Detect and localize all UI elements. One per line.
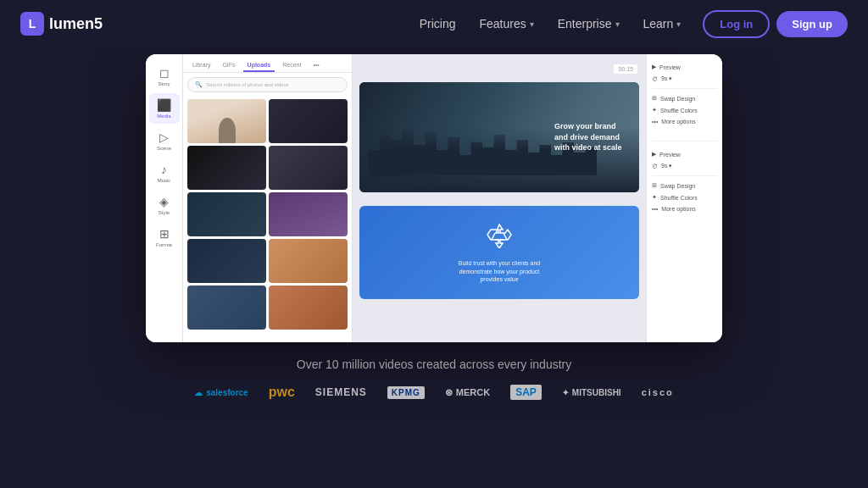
shuffle-icon: ✦: [652, 107, 657, 114]
tab-recent[interactable]: Recent: [278, 59, 305, 72]
recycle-icon: [486, 221, 513, 254]
chevron-down-icon: ▾: [615, 19, 620, 29]
sidebar-item-scene[interactable]: ▷ Scene: [149, 125, 180, 156]
slide-row-1: 1 Grow your brand and drive demand with …: [359, 82, 639, 197]
sidebar-item-format[interactable]: ⊞ Format: [149, 222, 180, 252]
media-thumb-6[interactable]: [269, 192, 348, 236]
scene-icon: ▷: [159, 130, 169, 144]
logos-row: ☁ salesforce pwc SIEMENS KPMG ⊛ MERCK SA…: [194, 385, 674, 400]
main-content: ◻ Story ⬛ Media ▷ Scene ♪ Music ◈ Styl: [0, 47, 868, 400]
media-thumb-7[interactable]: [187, 239, 266, 283]
sidebar-item-media[interactable]: ⬛ Media: [149, 93, 180, 124]
clock-icon: ⏱: [652, 76, 658, 82]
media-thumb-5[interactable]: [187, 192, 266, 236]
media-tabs: Library GIFs Uploads Recent •••: [183, 54, 352, 73]
sidebar-item-story[interactable]: ◻ Story: [149, 61, 180, 92]
media-icon: ⬛: [157, 98, 171, 112]
slide-1-text: Grow your brand and drive demand with vi…: [554, 121, 622, 153]
nav-features[interactable]: Features ▾: [470, 12, 542, 36]
panel-divider: [652, 88, 717, 89]
nav-enterprise[interactable]: Enterprise ▾: [549, 12, 628, 36]
media-thumb-9[interactable]: [187, 286, 266, 330]
tab-more[interactable]: •••: [309, 59, 323, 72]
chevron-down-icon: ▾: [676, 19, 681, 29]
search-placeholder: Search millions of photos and videos: [206, 82, 289, 87]
right-panel: ▶ Preview ⏱ 9s ▾ ⊞ Swap Design ✦ Shuffl: [646, 54, 722, 342]
media-panel: Library GIFs Uploads Recent ••• 🔍 Search…: [183, 54, 353, 342]
social-proof-section: Over 10 million videos created across ev…: [194, 358, 674, 400]
app-sidebar: ◻ Story ⬛ Media ▷ Scene ♪ Music ◈ Styl: [146, 54, 183, 342]
merck-symbol: ⊛: [445, 387, 453, 398]
panel-swap-design-1[interactable]: ⊞ Swap Design: [652, 92, 717, 104]
style-icon: ◈: [159, 195, 169, 208]
nav-buttons: Log in Sign up: [703, 10, 848, 38]
mitsubishi-symbol: ✦: [562, 388, 569, 397]
format-icon: ⊞: [159, 227, 170, 241]
more-icon: •••: [652, 119, 658, 125]
media-thumb-3[interactable]: [187, 146, 266, 190]
login-button[interactable]: Log in: [703, 10, 770, 38]
logo-cisco: cisco: [642, 387, 674, 397]
panel-more-options-2[interactable]: ••• More options: [652, 203, 717, 214]
logo[interactable]: L lumen5: [20, 12, 103, 36]
top-bar: 00:15: [359, 61, 639, 77]
logo-mitsubishi: ✦ MITSUBISHI: [562, 388, 621, 397]
swap-icon: ⊞: [652, 95, 657, 102]
media-thumb-10[interactable]: [269, 286, 348, 330]
panel-divider-3: [652, 175, 717, 176]
editor-area: 00:15 1 Grow your brand and drive demand…: [353, 54, 646, 342]
nav-links: Pricing Features ▾ Enterprise ▾ Learn ▾: [411, 12, 690, 36]
search-icon: 🔍: [195, 81, 203, 88]
tab-library[interactable]: Library: [188, 59, 214, 72]
chevron-down-icon: ▾: [530, 19, 534, 29]
logo-text: lumen5: [49, 15, 103, 33]
logo-sap: SAP: [510, 385, 542, 400]
media-thumb-8[interactable]: [269, 239, 348, 283]
swap-icon-2: ⊞: [652, 182, 657, 189]
logo-icon: L: [20, 12, 44, 36]
shuffle-icon-2: ✦: [652, 194, 657, 201]
timer-display: 00:15: [614, 64, 637, 74]
logo-pwc: pwc: [269, 385, 295, 400]
media-search-bar[interactable]: 🔍 Search millions of photos and videos: [187, 77, 348, 92]
tab-uploads[interactable]: Uploads: [243, 59, 275, 72]
clock-icon-2: ⏱: [652, 164, 658, 169]
tab-gifs[interactable]: GIFs: [218, 59, 239, 72]
panel-preview-1[interactable]: ▶ Preview: [652, 61, 717, 73]
social-proof-tagline: Over 10 million videos created across ev…: [297, 358, 571, 371]
slide-2[interactable]: Build trust with your clients and demons…: [359, 206, 639, 299]
panel-more-options-1[interactable]: ••• More options: [652, 116, 717, 127]
sidebar-item-style[interactable]: ◈ Style: [149, 190, 180, 220]
more-icon-2: •••: [652, 206, 658, 212]
panel-shuffle-colors-1[interactable]: ✦ Shuffle Colors: [652, 104, 717, 116]
media-thumb-2[interactable]: [269, 99, 348, 143]
logo-merck: ⊛ MERCK: [445, 387, 490, 398]
logo-siemens: SIEMENS: [315, 386, 367, 398]
panel-preview-2[interactable]: ▶ Preview: [652, 148, 717, 160]
logo-salesforce: ☁ salesforce: [194, 388, 248, 397]
media-thumb-4[interactable]: [269, 146, 348, 190]
media-thumb-1[interactable]: [187, 99, 266, 143]
panel-section-2: ▶ Preview ⏱ 9s ▾ ⊞ Swap Design ✦ Shuffl: [652, 148, 717, 214]
play-icon-2: ▶: [652, 151, 656, 158]
music-icon: ♪: [161, 163, 167, 176]
slide-2-content: Build trust with your clients and demons…: [359, 206, 639, 299]
nav-learn[interactable]: Learn ▾: [635, 12, 690, 36]
logo-kpmg: KPMG: [387, 386, 425, 399]
panel-shuffle-colors-2[interactable]: ✦ Shuffle Colors: [652, 191, 717, 203]
panel-duration-1[interactable]: ⏱ 9s ▾: [652, 73, 717, 85]
slide-2-text: Build trust with your clients and demons…: [448, 259, 550, 284]
panel-swap-design-2[interactable]: ⊞ Swap Design: [652, 180, 717, 191]
signup-button[interactable]: Sign up: [776, 11, 848, 37]
media-grid: [183, 97, 352, 332]
panel-duration-2[interactable]: ⏱ 9s ▾: [652, 160, 717, 172]
slide-row-2: 2 Build trust with you: [359, 206, 639, 304]
sidebar-item-music[interactable]: ♪ Music: [149, 158, 180, 188]
salesforce-icon: ☁: [194, 388, 203, 397]
navbar: L lumen5 Pricing Features ▾ Enterprise ▾…: [0, 0, 868, 47]
nav-pricing[interactable]: Pricing: [411, 12, 465, 36]
slide-1[interactable]: Grow your brand and drive demand with vi…: [359, 82, 639, 192]
app-inner: ◻ Story ⬛ Media ▷ Scene ♪ Music ◈ Styl: [146, 54, 722, 342]
panel-divider-2: [652, 141, 717, 141]
story-icon: ◻: [159, 66, 170, 80]
